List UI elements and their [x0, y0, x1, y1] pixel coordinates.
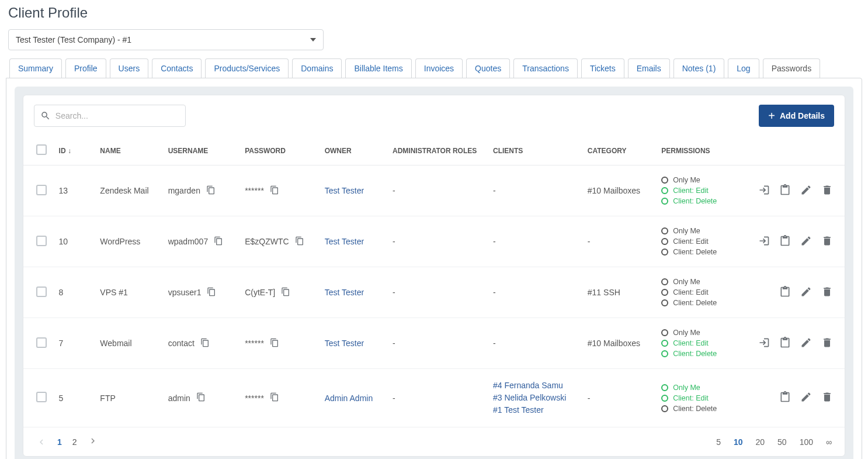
- search-input[interactable]: [55, 111, 179, 120]
- clipboard-icon[interactable]: [779, 337, 791, 350]
- clipboard-icon[interactable]: [779, 184, 791, 198]
- copy-icon[interactable]: [214, 236, 223, 247]
- client-link[interactable]: #1 Test Tester: [493, 404, 576, 416]
- copy-icon[interactable]: [270, 338, 279, 349]
- add-details-button[interactable]: + Add Details: [759, 105, 834, 127]
- copy-icon[interactable]: [206, 185, 216, 196]
- login-icon[interactable]: [758, 235, 770, 249]
- login-icon[interactable]: [758, 184, 770, 198]
- tab-emails[interactable]: Emails: [628, 58, 670, 78]
- table-row: 5FTPadmin******Admin Admin-#4 Fernanda S…: [23, 369, 845, 427]
- clipboard-icon[interactable]: [779, 235, 791, 249]
- cell-category: #11 SSH: [582, 267, 655, 318]
- tab-billable-items[interactable]: Billable Items: [345, 58, 411, 78]
- add-details-label: Add Details: [780, 111, 825, 120]
- clipboard-icon[interactable]: [779, 286, 791, 299]
- permission-item: Client: Edit: [661, 187, 738, 195]
- th-permissions[interactable]: PERMISSIONS: [655, 136, 744, 165]
- cell-clients: -: [493, 288, 496, 297]
- pagination: 12 5102050100∞: [23, 427, 845, 448]
- client-selector[interactable]: Test Tester (Test Company) - #1: [8, 29, 324, 50]
- edit-icon[interactable]: [800, 184, 812, 198]
- table-row: 8VPS #1vpsuser1C(ytE-T]Test Tester--#11 …: [23, 267, 845, 318]
- tab-contacts[interactable]: Contacts: [152, 58, 202, 78]
- tab-users[interactable]: Users: [110, 58, 149, 78]
- tab-summary[interactable]: Summary: [9, 58, 62, 78]
- next-page-icon[interactable]: [88, 436, 98, 448]
- row-checkbox[interactable]: [36, 236, 47, 246]
- table-row: 7Webmailcontact******Test Tester--#10 Ma…: [23, 318, 845, 369]
- th-username[interactable]: USERNAME: [162, 136, 239, 165]
- prev-page-icon[interactable]: [36, 437, 47, 447]
- cell-id: 13: [53, 165, 95, 216]
- row-checkbox[interactable]: [36, 392, 47, 402]
- tab-passwords[interactable]: Passwords: [763, 58, 820, 78]
- clipboard-icon[interactable]: [779, 391, 791, 405]
- tab-invoices[interactable]: Invoices: [415, 58, 463, 78]
- tab-tickets[interactable]: Tickets: [581, 58, 624, 78]
- tab-quotes[interactable]: Quotes: [466, 58, 510, 78]
- owner-link[interactable]: Admin Admin: [325, 394, 373, 403]
- copy-icon[interactable]: [196, 392, 206, 403]
- search-icon: [40, 110, 51, 122]
- sort-desc-icon: ↓: [68, 147, 71, 155]
- tab-log[interactable]: Log: [728, 58, 759, 78]
- permission-item: Client: Edit: [661, 339, 738, 347]
- login-icon[interactable]: [758, 337, 770, 350]
- circle-icon: [661, 405, 668, 412]
- tab-products-services[interactable]: Products/Services: [205, 58, 289, 78]
- table-row: 10WordPresswpadm007E$zQZWTCTest Tester--…: [23, 216, 845, 267]
- copy-icon[interactable]: [270, 185, 279, 196]
- circle-icon: [661, 395, 668, 402]
- owner-link[interactable]: Test Tester: [325, 237, 364, 246]
- page-size-option[interactable]: 50: [777, 437, 787, 447]
- delete-icon[interactable]: [821, 286, 833, 299]
- edit-icon[interactable]: [800, 337, 812, 350]
- cell-id: 5: [53, 369, 95, 427]
- delete-icon[interactable]: [821, 337, 833, 350]
- copy-icon[interactable]: [270, 392, 279, 403]
- copy-icon[interactable]: [207, 287, 216, 298]
- th-name[interactable]: NAME: [94, 136, 162, 165]
- page-number[interactable]: 2: [72, 437, 77, 447]
- page-number[interactable]: 1: [57, 437, 62, 447]
- copy-icon[interactable]: [295, 236, 304, 247]
- circle-icon: [661, 299, 668, 306]
- owner-link[interactable]: Test Tester: [325, 186, 364, 195]
- th-clients[interactable]: CLIENTS: [487, 136, 582, 165]
- row-checkbox[interactable]: [36, 287, 47, 297]
- client-link[interactable]: #4 Fernanda Samu: [493, 379, 576, 392]
- edit-icon[interactable]: [800, 235, 812, 249]
- page-size-option[interactable]: ∞: [826, 437, 832, 447]
- th-category[interactable]: CATEGORY: [582, 136, 655, 165]
- delete-icon[interactable]: [821, 184, 833, 198]
- owner-link[interactable]: Test Tester: [325, 339, 364, 348]
- owner-link[interactable]: Test Tester: [325, 288, 364, 297]
- delete-icon[interactable]: [821, 391, 833, 405]
- copy-icon[interactable]: [281, 287, 290, 298]
- select-all-checkbox[interactable]: [36, 144, 47, 155]
- th-password[interactable]: PASSWORD: [239, 136, 319, 165]
- tab-domains[interactable]: Domains: [292, 58, 342, 78]
- cell-name: Webmail: [94, 318, 162, 369]
- row-checkbox[interactable]: [36, 185, 47, 195]
- permission-item: Only Me: [661, 329, 738, 337]
- page-size-option[interactable]: 10: [734, 437, 743, 447]
- tab-profile[interactable]: Profile: [65, 58, 106, 78]
- th-owner[interactable]: OWNER: [319, 136, 387, 165]
- edit-icon[interactable]: [800, 286, 812, 299]
- page-size-option[interactable]: 20: [756, 437, 765, 447]
- permission-item: Only Me: [661, 227, 738, 235]
- tab-notes-1-[interactable]: Notes (1): [673, 58, 725, 78]
- copy-icon[interactable]: [200, 338, 210, 349]
- page-size-option[interactable]: 5: [716, 437, 721, 447]
- delete-icon[interactable]: [821, 235, 833, 249]
- th-roles[interactable]: ADMINISTRATOR ROLES: [387, 136, 487, 165]
- edit-icon[interactable]: [800, 391, 812, 405]
- client-link[interactable]: #3 Nelida Pelkowski: [493, 392, 576, 404]
- tab-transactions[interactable]: Transactions: [513, 58, 578, 78]
- row-checkbox[interactable]: [36, 337, 47, 348]
- th-id[interactable]: ID ↓: [53, 136, 95, 165]
- search-input-wrapper[interactable]: [34, 105, 186, 127]
- page-size-option[interactable]: 100: [800, 437, 813, 447]
